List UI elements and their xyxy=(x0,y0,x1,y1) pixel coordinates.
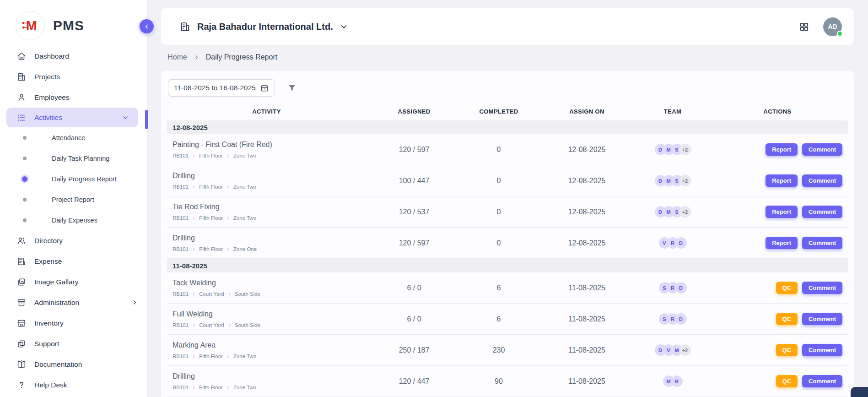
bullet-icon xyxy=(23,157,27,160)
user-avatar[interactable]: AD xyxy=(823,17,842,36)
chevron-right-icon xyxy=(192,292,196,296)
activity-row: Full Welding RB101Court YardSouth Side 6… xyxy=(167,304,848,335)
sidebar-subitem-daily-progress-report[interactable]: Daily Progress Report xyxy=(0,169,147,189)
sidebar-item-support[interactable]: Support xyxy=(0,333,147,354)
location-segment: Court Yard xyxy=(199,291,224,297)
sidebar-item-label: Image Gallary xyxy=(34,278,78,286)
sidebar-item-label: Help Desk xyxy=(34,381,67,389)
activity-location-path: RB101Fifth FloorZone Two xyxy=(173,353,366,359)
date-group-row: 11-08-2025 xyxy=(167,259,848,272)
receipt-icon xyxy=(16,256,27,266)
qc-button[interactable]: QC xyxy=(776,375,798,387)
report-button[interactable]: Report xyxy=(766,206,798,218)
sidebar-collapse-button[interactable] xyxy=(140,19,154,33)
comment-button[interactable]: Comment xyxy=(802,375,842,387)
sidebar-item-documentation[interactable]: Documentation xyxy=(0,354,147,375)
date-range-input[interactable]: 11-08-2025 to 16-08-2025 xyxy=(168,79,275,97)
sidebar-subitem-project-report[interactable]: Project Report xyxy=(0,189,147,210)
row-actions: QC Comment xyxy=(707,375,848,387)
chevron-down-icon xyxy=(122,114,129,121)
sidebar-item-projects[interactable]: Projects xyxy=(0,66,147,87)
assigned-value: 6 / 0 xyxy=(366,284,462,292)
activity-row: Painting - First Coat (Fire Red) RB101Fi… xyxy=(167,134,848,165)
completed-value: 230 xyxy=(462,346,535,354)
assign-on-value: 12-08-2025 xyxy=(535,239,638,247)
apps-grid-icon[interactable] xyxy=(799,22,809,32)
sidebar-item-directory[interactable]: Directory xyxy=(0,230,147,251)
chevron-right-icon xyxy=(226,216,230,220)
sidebar-item-employees[interactable]: Employees xyxy=(0,87,147,108)
row-actions: QC Comment xyxy=(707,282,848,294)
sidebar-item-label: Support xyxy=(34,340,59,348)
report-button[interactable]: Report xyxy=(766,174,798,187)
qc-button[interactable]: QC xyxy=(776,313,798,325)
completed-value: 6 xyxy=(462,315,535,323)
comment-button[interactable]: Comment xyxy=(802,143,842,156)
team-member-avatar: D xyxy=(675,313,687,325)
location-segment: Zone Two xyxy=(233,184,256,190)
sidebar-item-dashboard[interactable]: Dashboard xyxy=(0,46,147,66)
building-icon xyxy=(179,21,191,33)
assigned-value: 120 / 597 xyxy=(366,146,462,154)
layers-icon xyxy=(16,339,27,349)
sidebar-item-image-gallary[interactable]: Image Gallary xyxy=(0,272,147,292)
location-segment: RB101 xyxy=(173,215,189,221)
activity-row: Drilling RB101Fifth FloorZone Two 100 / … xyxy=(167,165,848,196)
sidebar-item-inventory[interactable]: Inventory xyxy=(0,313,147,333)
assigned-value: 120 / 447 xyxy=(366,377,462,386)
location-segment: Zone Two xyxy=(233,385,256,390)
topbar: Raja Bahadur International Ltd. AD xyxy=(161,8,854,45)
team-member-avatar: D xyxy=(675,237,687,249)
table-header-row: ACTIVITY ASSIGNED COMPLETED ASSIGN ON TE… xyxy=(167,102,848,120)
comment-button[interactable]: Comment xyxy=(802,344,842,356)
sidebar-item-administration[interactable]: Administration xyxy=(0,292,147,313)
sidebar-subitem-attendance[interactable]: Attendance xyxy=(0,127,147,148)
activity-title: Painting - First Coat (Fire Red) xyxy=(173,141,366,149)
location-segment: Fifth Floor xyxy=(199,385,223,390)
team-avatars: MR xyxy=(638,375,707,387)
comment-button[interactable]: Comment xyxy=(802,206,842,218)
table-body: 12-08-2025 Painting - First Coat (Fire R… xyxy=(167,120,848,397)
sidebar-item-activities[interactable]: Activities xyxy=(6,108,138,127)
activity-row: Drilling RB101Fifth FloorZone One 120 / … xyxy=(167,228,848,259)
sidebar-item-expense[interactable]: Expense xyxy=(0,251,147,272)
comment-button[interactable]: Comment xyxy=(802,174,842,187)
report-button[interactable]: Report xyxy=(766,143,798,156)
column-header-activity: ACTIVITY xyxy=(167,108,366,115)
archive-icon xyxy=(16,298,27,308)
qc-button[interactable]: QC xyxy=(776,282,798,294)
comment-button[interactable]: Comment xyxy=(802,237,842,249)
activity-title: Drilling xyxy=(173,234,366,242)
chevron-right-icon xyxy=(227,323,232,327)
active-item-indicator xyxy=(145,110,148,129)
filter-funnel-icon[interactable] xyxy=(287,83,297,93)
comment-button[interactable]: Comment xyxy=(802,282,842,294)
assign-on-value: 12-08-2025 xyxy=(535,146,638,154)
activity-location-path: RB101Fifth FloorZone One xyxy=(173,246,366,252)
location-segment: Zone Two xyxy=(233,153,256,158)
sidebar-subitem-label: Attendance xyxy=(52,134,85,141)
sidebar-subitem-daily-task-planning[interactable]: Daily Task Planning xyxy=(0,148,147,169)
sidebar-subitem-daily-expenses[interactable]: Daily Expenses xyxy=(0,210,147,230)
logo-mark-icon: M xyxy=(16,11,45,40)
sidebar-item-help-desk[interactable]: Help Desk xyxy=(0,375,147,395)
team-avatars: SRD xyxy=(638,282,707,294)
chevron-right-icon xyxy=(131,299,138,306)
sidebar-subitem-label: Project Report xyxy=(52,196,94,203)
report-button[interactable]: Report xyxy=(766,237,798,249)
book-icon xyxy=(16,359,27,370)
calendar-icon xyxy=(260,83,269,92)
activity-location-path: RB101Fifth FloorZone Two xyxy=(173,184,366,190)
breadcrumb-home[interactable]: Home xyxy=(167,53,187,61)
company-selector[interactable]: Raja Bahadur International Ltd. xyxy=(179,21,348,33)
row-actions: QC Comment xyxy=(707,313,848,325)
corner-widget[interactable] xyxy=(851,387,868,397)
location-segment: Fifth Floor xyxy=(199,184,223,190)
assign-on-value: 11-08-2025 xyxy=(535,315,638,323)
chevron-right-icon xyxy=(226,354,230,359)
filter-row: 11-08-2025 to 16-08-2025 xyxy=(168,79,848,97)
sidebar-subitem-label: Daily Progress Report xyxy=(52,175,117,183)
sidebar-item-label: Activities xyxy=(34,114,62,122)
comment-button[interactable]: Comment xyxy=(802,313,842,325)
qc-button[interactable]: QC xyxy=(776,344,798,356)
